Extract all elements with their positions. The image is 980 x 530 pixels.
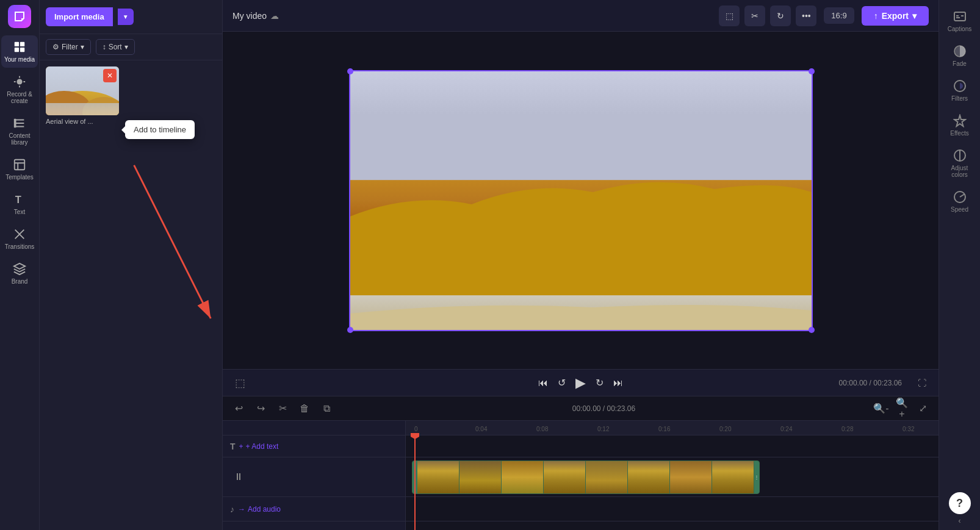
- total-time: 00:23.06: [873, 379, 902, 387]
- import-media-dropdown-button[interactable]: ▼: [118, 9, 134, 25]
- more-options-button[interactable]: •••: [796, 5, 816, 26]
- timeline-area: ↩ ↪ ✂ 🗑 ⧉ 00:00.00 / 00:23.06 🔍- 🔍+ ⤢: [223, 396, 939, 530]
- clip-handle-right[interactable]: ⋮: [754, 461, 759, 493]
- media-item[interactable]: ✕: [46, 66, 119, 115]
- export-label: Export: [882, 11, 909, 21]
- duplicate-button[interactable]: ⧉: [318, 400, 335, 417]
- sidebar-item-record-create[interactable]: Record & create: [1, 70, 38, 109]
- zoom-in-button[interactable]: 🔍+: [893, 400, 910, 417]
- help-button[interactable]: ?: [949, 492, 971, 514]
- aspect-ratio-button[interactable]: 16:9: [824, 7, 854, 24]
- sidebar-item-text[interactable]: T Text: [1, 188, 38, 220]
- video-track-pause-button[interactable]: ⏸: [230, 468, 247, 485]
- right-panel-item-captions[interactable]: Captions: [942, 5, 978, 37]
- zoom-out-button[interactable]: 🔍-: [873, 400, 890, 417]
- resize-handle-br[interactable]: [809, 327, 815, 333]
- timeline-zoom-controls: 🔍- 🔍+ ⤢: [873, 400, 931, 417]
- clip-frame-6: [628, 461, 670, 493]
- resize-handle-tl[interactable]: [347, 68, 353, 74]
- ruler-mark-32: 0:32: [903, 426, 914, 432]
- media-panel: Import media ▼ ⚙ Filter ▾ ↕ Sort ▾: [40, 0, 223, 530]
- rotate-button[interactable]: ↻: [770, 5, 791, 26]
- rewind-button[interactable]: ↺: [558, 377, 566, 389]
- forward-button[interactable]: ↻: [596, 377, 603, 389]
- filter-button[interactable]: ⚙ Filter ▾: [46, 39, 91, 55]
- sidebar-item-brand-kit[interactable]: Brand: [1, 257, 38, 290]
- sidebar-item-content-library[interactable]: Content library: [1, 112, 38, 151]
- right-panel-item-filters[interactable]: Filters: [942, 74, 978, 107]
- right-panel-item-speed[interactable]: Speed: [942, 185, 978, 218]
- sidebar-item-label: Brand: [12, 278, 28, 285]
- ruler-mark-0: 0: [414, 426, 418, 432]
- media-toolbar: Import media ▼: [40, 0, 222, 34]
- sidebar-item-your-media[interactable]: Your media: [1, 35, 38, 68]
- collapse-panel-button[interactable]: ‹: [959, 517, 961, 525]
- resize-handle-tr[interactable]: [809, 68, 815, 74]
- audio-track-label: ♪ → Add audio: [223, 497, 405, 521]
- filter-icon: ⚙: [52, 43, 59, 51]
- speed-icon: [953, 190, 967, 204]
- clip-frame-7: [670, 461, 712, 493]
- video-preview: [349, 70, 813, 331]
- cut-button[interactable]: ✂: [274, 400, 291, 417]
- ruler-mark-12: 0:12: [597, 426, 609, 432]
- sidebar-item-transitions[interactable]: Transitions: [1, 223, 38, 255]
- svg-rect-15: [350, 71, 812, 180]
- fit-timeline-button[interactable]: ⤢: [914, 400, 931, 417]
- captions-icon: [953, 10, 967, 23]
- app-logo[interactable]: [8, 5, 31, 28]
- svg-rect-0: [15, 42, 19, 46]
- timeline-ruler: 0 0:04 0:08 0:12 0:16 0:20 0:24 0:28 0:3…: [406, 421, 939, 435]
- play-pause-button[interactable]: ▶: [575, 375, 586, 391]
- overlay-icon-button[interactable]: ⬚: [235, 376, 245, 390]
- timeline-time-display: 00:00.00 / 00:23.06: [340, 404, 868, 413]
- clip-frame-4: [544, 461, 586, 493]
- trim-button[interactable]: ✂: [744, 5, 765, 26]
- right-panel-item-effects[interactable]: Effects: [942, 109, 978, 141]
- timeline-track-labels: T + + Add text ⏸ ♪ → Add audio: [223, 421, 406, 530]
- sidebar-item-label: Your media: [4, 56, 35, 63]
- filters-icon: [953, 79, 967, 93]
- video-track-label: ⏸: [223, 457, 405, 497]
- video-clip[interactable]: ⋮: [412, 460, 760, 494]
- undo-button[interactable]: ↩: [230, 400, 247, 417]
- svg-rect-3: [20, 48, 24, 52]
- right-panel-item-fade[interactable]: Fade: [942, 40, 978, 72]
- add-text-label: + Add text: [246, 442, 279, 451]
- speed-label: Speed: [951, 206, 968, 213]
- crop-button[interactable]: ⬚: [719, 5, 740, 26]
- ruler-mark-24: 0:24: [780, 426, 792, 432]
- top-bar: My video ☁ ⬚ ✂ ↻ ••• 16:9 ↑ Export ▾: [223, 0, 939, 32]
- right-panel-item-adjust-colors[interactable]: Adjust colors: [942, 144, 978, 183]
- add-audio-button[interactable]: → Add audio: [238, 505, 281, 514]
- video-track-row: ⋮: [406, 457, 939, 497]
- right-panel: Captions Fade Filters Effects Adjust col…: [939, 0, 980, 530]
- media-item-label: Aerial view of ...: [46, 118, 119, 125]
- export-button[interactable]: ↑ Export ▾: [862, 6, 929, 26]
- captions-container: Captions: [942, 5, 978, 37]
- adjust-colors-label: Adjust colors: [944, 165, 976, 178]
- delete-button[interactable]: 🗑: [296, 400, 313, 417]
- sort-button[interactable]: ↕ Sort ▾: [96, 39, 135, 55]
- skip-to-start-button[interactable]: ⏮: [538, 378, 548, 389]
- sidebar-item-label: Templates: [5, 174, 34, 181]
- import-media-button[interactable]: Import media: [46, 7, 113, 26]
- fullscreen-button[interactable]: ⛶: [918, 378, 926, 388]
- skip-to-end-button[interactable]: ⏭: [613, 378, 623, 389]
- music-icon: ♪: [230, 504, 234, 514]
- sidebar-item-label: Record & create: [4, 91, 35, 104]
- resize-handle-bl[interactable]: [347, 327, 353, 333]
- media-filter-bar: ⚙ Filter ▾ ↕ Sort ▾: [40, 34, 222, 60]
- add-text-button[interactable]: + + Add text: [239, 442, 279, 451]
- ruler-mark-4: 0:04: [475, 426, 487, 432]
- media-item-delete-button[interactable]: ✕: [103, 69, 117, 82]
- chevron-down-icon: ▾: [912, 11, 917, 21]
- clip-frame-1: [417, 461, 459, 493]
- clip-frames: [417, 461, 754, 493]
- svg-line-14: [134, 165, 211, 318]
- add-audio-label: Add audio: [248, 505, 281, 514]
- sidebar-item-templates[interactable]: Templates: [1, 153, 38, 185]
- redo-button[interactable]: ↪: [252, 400, 269, 417]
- add-to-timeline-tooltip: Add to timeline: [125, 120, 195, 139]
- sidebar-item-label: Text: [14, 209, 25, 215]
